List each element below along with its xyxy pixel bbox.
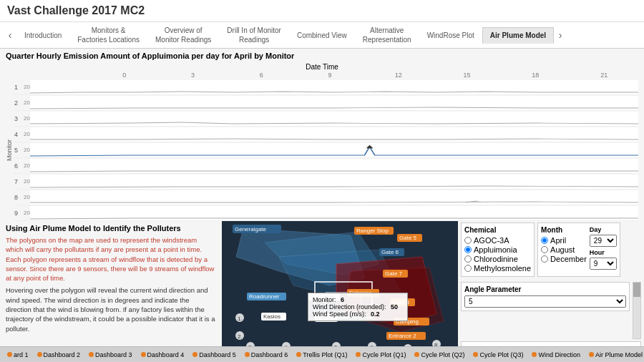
monitor-chart-8 xyxy=(30,190,638,205)
month-title: Month xyxy=(541,226,587,234)
tab-alternative[interactable]: AlternativeRepresentation xyxy=(355,22,419,48)
app-title: Vast Challenge 2017 MC2 xyxy=(7,4,637,17)
monitor-rows: 1 20 2 20 xyxy=(14,79,638,221)
svg-text:Entrance 2: Entrance 2 xyxy=(389,333,416,339)
tooltip-box: Monitor: 6 Wind Direction (rounded): 50 … xyxy=(308,293,408,321)
taskbar-dot xyxy=(37,352,42,357)
month-august[interactable]: August xyxy=(541,245,587,254)
svg-text:Gate 5: Gate 5 xyxy=(399,235,417,241)
monitor-row-4: 4 20 xyxy=(14,127,638,142)
chemical-option-methylosmolene[interactable]: Methylosmolene xyxy=(464,264,531,273)
taskbar-item-dashboard5[interactable]: Dashboard 5 xyxy=(188,350,240,360)
monitor-section: Monitor 1 20 2 20 xyxy=(6,79,638,221)
monitor-row-1: 1 20 xyxy=(14,79,638,95)
monitor-row-6: 6 20 xyxy=(14,158,638,174)
svg-marker-0 xyxy=(366,145,373,148)
taskbar-item-dashboard6[interactable]: Dashboard 6 xyxy=(240,350,293,360)
description-panel: Using Air Plume Model to Identify the Po… xyxy=(0,221,222,349)
tooltip-monitor-value: 6 xyxy=(341,296,344,303)
tooltip-wind-speed-value: 0.2 xyxy=(371,310,380,318)
taskbar-dot xyxy=(356,352,361,357)
taskbar-dot xyxy=(532,352,537,357)
tooltip-monitor-label: Monitor: xyxy=(313,296,336,303)
nav-next-arrow[interactable]: › xyxy=(554,22,567,48)
hour-select[interactable]: 9 xyxy=(590,258,617,270)
controls-row: Chemical AGOC-3A Appluimonia Chlorodinin… xyxy=(461,222,641,280)
tab-air-plume[interactable]: Air Plume Model xyxy=(482,27,554,44)
monitor-row-2: 2 20 xyxy=(14,95,638,111)
svg-text:2.: 2. xyxy=(238,333,243,340)
taskbar-dot xyxy=(414,352,419,357)
taskbar-item-board1[interactable]: ard 1 xyxy=(3,350,33,360)
taskbar-item-trellis[interactable]: Trellis Plot (Q1) xyxy=(292,350,351,360)
tab-drill-in[interactable]: Drill In of MonitorReadings xyxy=(219,22,289,48)
chart-title: Quarter Hourly Emission Amount of Applui… xyxy=(6,52,638,60)
tooltip-wind-dir-row: Wind Direction (rounded): 50 xyxy=(313,303,403,310)
monitor-row-7: 7 20 xyxy=(14,174,638,190)
description-para2: Hovering over the polygon will reveal th… xyxy=(6,285,216,333)
taskbar-item-cycle-q3[interactable]: Cycle Plot (Q3) xyxy=(469,350,527,360)
y-axis-label: Monitor xyxy=(6,140,13,161)
taskbar-dot xyxy=(589,352,594,357)
monitor-chart-4 xyxy=(30,127,638,142)
chemical-panel: Chemical AGOC-3A Appluimonia Chlorodinin… xyxy=(461,222,535,277)
svg-text:1.: 1. xyxy=(238,315,243,322)
taskbar-item-cycle-q2[interactable]: Cycle Plot (Q2) xyxy=(410,350,469,360)
chemical-option-chlorodinine[interactable]: Chlorodinine xyxy=(464,255,531,263)
tab-overview[interactable]: Overview ofMonitor Readings xyxy=(147,22,219,48)
taskbar-dot xyxy=(473,352,478,357)
taskbar-item-dashboard3[interactable]: Dashboard 3 xyxy=(84,350,137,360)
taskbar-item-air-plume[interactable]: Air Plume Model xyxy=(585,350,644,360)
tab-introduction[interactable]: Introduction xyxy=(16,27,69,44)
svg-text:Gate 6: Gate 6 xyxy=(381,249,399,255)
monitor-chart-2 xyxy=(30,96,638,110)
month-april[interactable]: April xyxy=(541,236,587,245)
svg-text:Roadrunner: Roadrunner xyxy=(249,293,280,300)
taskbar-dot xyxy=(192,352,197,357)
chemical-option-appluimonia[interactable]: Appluimonia xyxy=(464,245,531,254)
hour-label: Hour xyxy=(590,249,617,256)
svg-text:Kasios: Kasios xyxy=(263,313,280,320)
map-container[interactable]: Generalgate Ranger Stop Gate 5 Gate 6 Ga… xyxy=(222,221,458,349)
taskbar-item-cycle-q1[interactable]: Cycle Plot (Q1) xyxy=(351,350,410,360)
monitor-chart-5 xyxy=(30,143,638,157)
taskbar-item-wind-dir[interactable]: Wind Direction xyxy=(527,350,585,360)
monitor-chart-7 xyxy=(30,175,638,189)
angle-select[interactable]: 5 xyxy=(464,295,626,308)
taskbar-dot xyxy=(141,352,146,357)
monitor-chart-3 xyxy=(30,112,638,126)
tab-monitors-factories[interactable]: Monitors &Factories Locations xyxy=(69,22,147,48)
tooltip-wind-dir-value: 50 xyxy=(391,303,398,310)
angle-row: Angle Parameter 5 xyxy=(461,282,641,339)
taskbar-dot xyxy=(7,352,12,357)
scrollbar-area[interactable] xyxy=(633,282,641,339)
tooltip-wind-speed-label: Wind Speed (m/s): xyxy=(313,310,366,318)
month-panel: Month April August Decembe xyxy=(537,222,620,277)
day-select[interactable]: 29 xyxy=(590,235,617,247)
x-axis-label: Date Time xyxy=(6,63,638,71)
tab-windrose[interactable]: WindRose Plot xyxy=(419,27,482,44)
taskbar: ard 1 Dashboard 2 Dashboard 3 Dashboard … xyxy=(0,346,644,362)
description-heading: Using Air Plume Model to Identify the Po… xyxy=(6,224,216,233)
x-axis-ticks: 0 3 6 9 12 15 18 21 xyxy=(6,72,638,79)
taskbar-item-dashboard4[interactable]: Dashboard 4 xyxy=(137,350,189,360)
nav-tabs-bar: ‹ Introduction Monitors &Factories Locat… xyxy=(0,22,644,49)
app-header: Vast Challenge 2017 MC2 xyxy=(0,0,644,22)
monitor-row-9: 9 20 xyxy=(14,205,638,221)
taskbar-item-dashboard2[interactable]: Dashboard 2 xyxy=(33,350,85,360)
top-chart-area: Quarter Hourly Emission Amount of Applui… xyxy=(0,49,644,221)
month-december[interactable]: December xyxy=(541,255,587,263)
scrollbar-thumb[interactable] xyxy=(633,283,640,297)
nav-prev-arrow[interactable]: ‹ xyxy=(4,22,16,48)
monitor-chart-1 xyxy=(30,80,638,94)
monitor-row-5: 5 20 xyxy=(14,142,638,158)
svg-text:Generalgate: Generalgate xyxy=(235,226,267,233)
tooltip-monitor-row: Monitor: 6 xyxy=(313,296,403,303)
angle-title: Angle Parameter xyxy=(464,285,626,293)
chemical-option-agoc[interactable]: AGOC-3A xyxy=(464,236,531,245)
tooltip-wind-dir-label: Wind Direction (rounded): xyxy=(313,303,386,310)
angle-panel: Angle Parameter 5 xyxy=(461,282,630,311)
bottom-area: Using Air Plume Model to Identify the Po… xyxy=(0,221,644,349)
right-panel: Chemical AGOC-3A Appluimonia Chlorodinin… xyxy=(458,221,644,349)
tab-combined[interactable]: Combined View xyxy=(289,27,355,44)
